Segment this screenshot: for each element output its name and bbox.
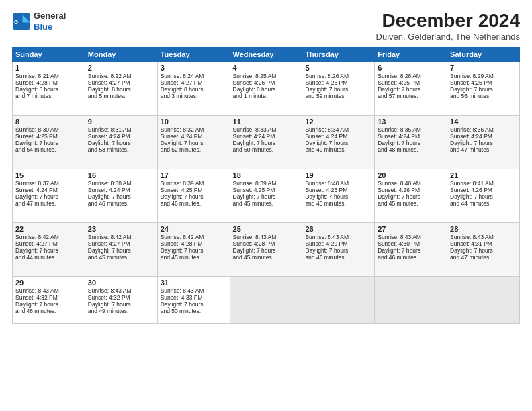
day-number: 21 — [450, 171, 517, 179]
day-number: 4 — [233, 64, 300, 72]
day-info: Sunset: 4:26 PM — [233, 79, 300, 86]
day-info: Sunrise: 8:21 AM — [15, 73, 82, 79]
table-row: 19Sunrise: 8:40 AMSunset: 4:25 PMDayligh… — [302, 169, 375, 222]
table-row — [230, 276, 302, 323]
day-info: Sunrise: 8:43 AM — [305, 234, 371, 240]
day-info: Sunrise: 8:42 AM — [15, 234, 82, 240]
day-info: Sunset: 4:25 PM — [450, 79, 517, 86]
day-info: and 45 minutes. — [161, 254, 227, 261]
day-info: Sunset: 4:32 PM — [88, 294, 154, 301]
day-info: and 49 minutes. — [305, 146, 371, 153]
day-info: and 46 minutes. — [88, 200, 154, 207]
day-info: Sunset: 4:27 PM — [88, 79, 154, 86]
day-info: Sunrise: 8:29 AM — [450, 73, 517, 79]
day-info: Sunrise: 8:35 AM — [378, 126, 444, 133]
table-row: 16Sunrise: 8:38 AMSunset: 4:24 PMDayligh… — [85, 169, 157, 222]
day-info: and 50 minutes. — [161, 308, 227, 314]
day-info: and 45 minutes. — [88, 254, 154, 261]
day-info: Sunset: 4:24 PM — [88, 187, 154, 193]
day-number: 22 — [15, 225, 82, 233]
day-info: Daylight: 8 hours — [15, 86, 82, 93]
day-info: Daylight: 7 hours — [233, 193, 300, 200]
day-info: and 44 minutes. — [450, 200, 517, 207]
day-info: Sunrise: 8:42 AM — [88, 234, 154, 240]
day-number: 20 — [378, 171, 444, 179]
title-area: December 2024 Duiven, Gelderland, The Ne… — [376, 11, 520, 42]
day-info: Sunset: 4:29 PM — [305, 240, 371, 247]
day-info: Sunrise: 8:43 AM — [161, 287, 227, 294]
day-info: Sunset: 4:24 PM — [233, 133, 300, 140]
day-number: 27 — [378, 225, 444, 233]
table-row — [302, 276, 375, 323]
day-info: and 46 minutes. — [161, 200, 227, 207]
day-info: Daylight: 7 hours — [233, 140, 300, 146]
day-info: Sunrise: 8:25 AM — [233, 73, 300, 79]
day-number: 3 — [161, 64, 227, 72]
table-row: 12Sunrise: 8:34 AMSunset: 4:24 PMDayligh… — [302, 115, 375, 169]
day-info: Daylight: 7 hours — [378, 193, 444, 200]
day-info: and 45 minutes. — [233, 254, 300, 261]
day-info: Sunset: 4:32 PM — [15, 294, 82, 301]
logo-icon: G — [12, 12, 31, 31]
day-number: 9 — [88, 118, 154, 126]
header-row: Sunday Monday Tuesday Wednesday Thursday… — [13, 47, 520, 61]
day-number: 17 — [161, 171, 227, 179]
table-row: 8Sunrise: 8:30 AMSunset: 4:25 PMDaylight… — [13, 115, 85, 169]
day-info: Daylight: 7 hours — [88, 193, 154, 200]
day-info: Daylight: 7 hours — [161, 140, 227, 146]
calendar-page: G General Blue December 2024 Duiven, Gel… — [0, 0, 532, 411]
day-info: Daylight: 7 hours — [15, 140, 82, 146]
day-number: 30 — [88, 279, 154, 287]
day-info: Daylight: 8 hours — [161, 86, 227, 93]
col-thursday: Thursday — [302, 47, 375, 61]
day-number: 31 — [161, 279, 227, 287]
table-row: 23Sunrise: 8:42 AMSunset: 4:27 PMDayligh… — [85, 222, 157, 276]
day-info: Sunset: 4:31 PM — [450, 240, 517, 247]
day-info: and 5 minutes. — [88, 93, 154, 99]
day-info: and 47 minutes. — [450, 254, 517, 261]
day-info: Sunset: 4:24 PM — [450, 133, 517, 140]
day-info: Sunset: 4:25 PM — [233, 187, 300, 193]
day-info: Sunrise: 8:43 AM — [378, 234, 444, 240]
col-saturday: Saturday — [447, 47, 520, 61]
day-info: and 7 minutes. — [15, 93, 82, 99]
day-number: 14 — [450, 118, 517, 126]
col-wednesday: Wednesday — [230, 47, 302, 61]
table-row: 9Sunrise: 8:31 AMSunset: 4:24 PMDaylight… — [85, 115, 157, 169]
day-number: 29 — [15, 279, 82, 287]
table-row: 28Sunrise: 8:43 AMSunset: 4:31 PMDayligh… — [447, 222, 520, 276]
day-info: Sunset: 4:25 PM — [15, 133, 82, 140]
table-row: 24Sunrise: 8:42 AMSunset: 4:28 PMDayligh… — [157, 222, 230, 276]
day-info: and 57 minutes. — [378, 93, 444, 99]
day-info: Daylight: 7 hours — [161, 301, 227, 308]
day-info: and 59 minutes. — [305, 93, 371, 99]
day-info: Daylight: 7 hours — [378, 247, 444, 254]
day-info: Sunrise: 8:39 AM — [233, 180, 300, 187]
table-row: 6Sunrise: 8:28 AMSunset: 4:25 PMDaylight… — [375, 61, 447, 115]
day-info: Sunrise: 8:40 AM — [378, 180, 444, 187]
day-info: Sunset: 4:25 PM — [305, 187, 371, 193]
day-info: and 46 minutes. — [305, 254, 371, 261]
day-number: 19 — [305, 171, 371, 179]
day-info: Daylight: 7 hours — [305, 140, 371, 146]
day-info: Sunset: 4:30 PM — [378, 240, 444, 247]
day-info: Daylight: 7 hours — [378, 140, 444, 146]
day-info: Sunrise: 8:41 AM — [450, 180, 517, 187]
day-info: Daylight: 7 hours — [378, 86, 444, 93]
col-sunday: Sunday — [13, 47, 85, 61]
day-number: 15 — [15, 171, 82, 179]
table-row: 29Sunrise: 8:43 AMSunset: 4:32 PMDayligh… — [13, 276, 85, 323]
day-number: 6 — [378, 64, 444, 72]
day-number: 16 — [88, 171, 154, 179]
day-info: Daylight: 7 hours — [305, 86, 371, 93]
day-info: Sunrise: 8:37 AM — [15, 180, 82, 187]
day-info: Sunset: 4:33 PM — [161, 294, 227, 301]
day-info: Sunset: 4:26 PM — [450, 187, 517, 193]
logo-line1: General — [34, 11, 66, 21]
day-info: Sunrise: 8:36 AM — [450, 126, 517, 133]
col-monday: Monday — [85, 47, 157, 61]
table-row: 31Sunrise: 8:43 AMSunset: 4:33 PMDayligh… — [157, 276, 230, 323]
table-row: 4Sunrise: 8:25 AMSunset: 4:26 PMDaylight… — [230, 61, 302, 115]
day-number: 2 — [88, 64, 154, 72]
day-info: and 45 minutes. — [378, 200, 444, 207]
